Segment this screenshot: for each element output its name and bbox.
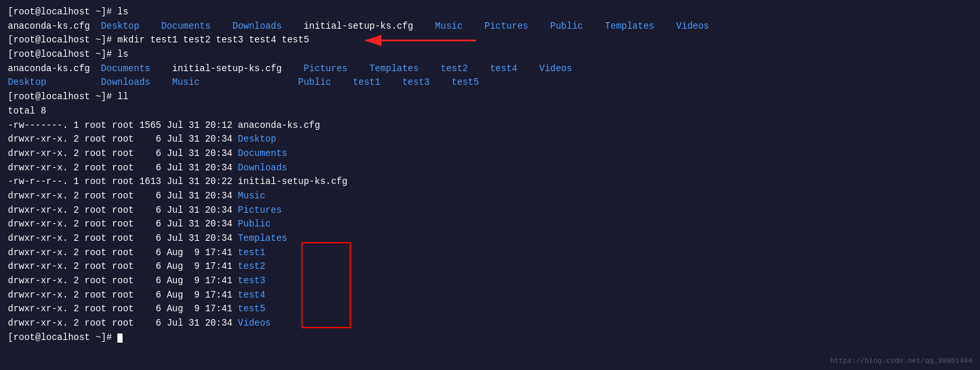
terminal-text: drwxr-xr-x. 2 root root 6 Aug 9 17:41 bbox=[8, 247, 238, 258]
terminal-text bbox=[211, 21, 233, 31]
terminal-text: drwxr-xr-x. 2 root root 6 Aug 9 17:41 bbox=[8, 303, 238, 314]
directory-name: test1 bbox=[353, 77, 380, 87]
directory-name: Videos bbox=[539, 63, 572, 74]
directory-name: Pictures bbox=[238, 205, 282, 215]
terminal-line: total 8 bbox=[8, 104, 972, 119]
terminal-text: anaconda-ks.cfg bbox=[8, 63, 101, 74]
directory-name: test2 bbox=[441, 63, 468, 74]
directory-name: Downloads bbox=[101, 77, 151, 87]
terminal-text bbox=[46, 77, 101, 87]
terminal-line: drwxr-xr-x. 2 root root 6 Aug 9 17:41 te… bbox=[8, 246, 972, 260]
terminal-line: drwxr-xr-x. 2 root root 6 Jul 31 20:34 D… bbox=[8, 132, 972, 147]
directory-name: Downloads bbox=[232, 21, 282, 31]
terminal-line: drwxr-xr-x. 2 root root 6 Aug 9 17:41 te… bbox=[8, 260, 972, 274]
directory-name: Public bbox=[298, 77, 331, 87]
terminal-text bbox=[517, 63, 539, 74]
directory-name: Templates bbox=[370, 63, 419, 74]
directory-name: Documents bbox=[101, 63, 151, 74]
terminal-text: drwxr-xr-x. 2 root root 6 Jul 31 20:34 bbox=[8, 219, 238, 229]
directory-name: test3 bbox=[402, 77, 430, 87]
terminal-text: [root@localhost ~]# ls bbox=[8, 49, 128, 59]
directory-name: Documents bbox=[161, 21, 211, 31]
terminal-line: -rw-------. 1 root root 1565 Jul 31 20:1… bbox=[8, 119, 972, 133]
terminal-text: drwxr-xr-x. 2 root root 6 Jul 31 20:34 bbox=[8, 148, 238, 159]
directory-name: Videos bbox=[238, 318, 271, 328]
terminal-line: drwxr-xr-x. 2 root root 6 Jul 31 20:34 D… bbox=[8, 161, 972, 176]
directory-name: Pictures bbox=[484, 21, 528, 31]
terminal-text: [root@localhost ~]# ls bbox=[8, 7, 128, 17]
terminal-text bbox=[583, 21, 605, 31]
terminal-line: drwxr-xr-x. 2 root root 6 Jul 31 20:34 V… bbox=[8, 316, 972, 331]
directory-name: test4 bbox=[238, 290, 265, 300]
terminal-line: anaconda-ks.cfg Desktop Documents Downlo… bbox=[8, 20, 972, 34]
terminal-text bbox=[380, 77, 402, 87]
terminal-text bbox=[468, 63, 490, 74]
terminal-line: [root@localhost ~]# mkdir test1 test2 te… bbox=[8, 33, 972, 48]
terminal-line: drwxr-xr-x. 2 root root 6 Jul 31 20:34 M… bbox=[8, 189, 972, 204]
directory-name: Pictures bbox=[304, 63, 348, 74]
terminal-text: drwxr-xr-x. 2 root root 6 Aug 9 17:41 bbox=[8, 261, 238, 271]
terminal-text: [root@localhost ~]# bbox=[8, 332, 117, 343]
terminal-line: [root@localhost ~]# bbox=[8, 331, 972, 345]
terminal-line: -rw-r--r--. 1 root root 1613 Jul 31 20:2… bbox=[8, 175, 972, 189]
directory-name: test1 bbox=[238, 247, 265, 258]
terminal-text: [root@localhost ~]# mkdir test1 test2 te… bbox=[8, 35, 309, 45]
terminal-text: total 8 bbox=[8, 106, 46, 116]
terminal-text: initial-setup-ks.cfg bbox=[282, 21, 435, 31]
directory-name: Downloads bbox=[238, 162, 288, 173]
directory-name: Public bbox=[238, 219, 271, 229]
terminal-text: drwxr-xr-x. 2 root root 6 Jul 31 20:34 bbox=[8, 205, 238, 215]
terminal-text: drwxr-xr-x. 2 root root 6 Jul 31 20:34 bbox=[8, 233, 238, 243]
terminal-line: drwxr-xr-x. 2 root root 6 Aug 9 17:41 te… bbox=[8, 288, 972, 303]
terminal-text: drwxr-xr-x. 2 root root 6 Jul 31 20:34 bbox=[8, 318, 238, 328]
directory-name: test2 bbox=[238, 261, 265, 271]
terminal-text bbox=[200, 77, 298, 87]
terminal-text bbox=[331, 77, 353, 87]
terminal-text bbox=[528, 21, 550, 31]
terminal-text: initial-setup-ks.cfg bbox=[150, 63, 303, 74]
terminal-text: drwxr-xr-x. 2 root root 6 Jul 31 20:34 bbox=[8, 191, 238, 201]
terminal-text bbox=[430, 77, 452, 87]
directory-name: Music bbox=[238, 191, 265, 201]
terminal-line: drwxr-xr-x. 2 root root 6 Aug 9 17:41 te… bbox=[8, 274, 972, 288]
terminal-text: -rw-r--r--. 1 root root 1613 Jul 31 20:2… bbox=[8, 176, 348, 187]
terminal-text: drwxr-xr-x. 2 root root 6 Jul 31 20:34 bbox=[8, 162, 238, 173]
terminal-line: anaconda-ks.cfg Documents initial-setup-… bbox=[8, 62, 972, 76]
terminal-text: drwxr-xr-x. 2 root root 6 Aug 9 17:41 bbox=[8, 290, 238, 300]
terminal-line: drwxr-xr-x. 2 root root 6 Jul 31 20:34 P… bbox=[8, 217, 972, 232]
terminal-line: drwxr-xr-x. 2 root root 6 Jul 31 20:34 D… bbox=[8, 147, 972, 161]
terminal-window: [root@localhost ~]# lsanaconda-ks.cfg De… bbox=[8, 5, 972, 345]
terminal-line: [root@localhost ~]# ls bbox=[8, 48, 972, 62]
terminal-cursor bbox=[117, 333, 123, 343]
directory-name: Documents bbox=[238, 148, 288, 159]
directory-name: Templates bbox=[605, 21, 655, 31]
terminal-text bbox=[140, 21, 162, 31]
directory-name: Public bbox=[550, 21, 583, 31]
watermark-text: https://blog.csdn.net/qq_39951494 bbox=[830, 357, 972, 365]
directory-name: test3 bbox=[238, 275, 265, 286]
directory-name: test5 bbox=[452, 77, 479, 87]
directory-name: Desktop bbox=[8, 77, 46, 87]
directory-name: test5 bbox=[238, 303, 265, 314]
directory-name: test4 bbox=[490, 63, 517, 74]
terminal-text: -rw-------. 1 root root 1565 Jul 31 20:1… bbox=[8, 120, 320, 131]
terminal-text: drwxr-xr-x. 2 root root 6 Jul 31 20:34 bbox=[8, 134, 238, 144]
terminal-text bbox=[419, 63, 441, 74]
terminal-text bbox=[462, 21, 484, 31]
directory-name: Desktop bbox=[101, 21, 140, 31]
directory-name: Videos bbox=[676, 21, 709, 31]
terminal-text bbox=[654, 21, 676, 31]
directory-name: Desktop bbox=[238, 134, 276, 144]
terminal-line: [root@localhost ~]# ls bbox=[8, 5, 972, 20]
terminal-text: anaconda-ks.cfg bbox=[8, 21, 101, 31]
terminal-line: drwxr-xr-x. 2 root root 6 Aug 9 17:41 te… bbox=[8, 302, 972, 316]
terminal-text: drwxr-xr-x. 2 root root 6 Aug 9 17:41 bbox=[8, 275, 238, 286]
terminal-text bbox=[150, 77, 172, 87]
terminal-line: Desktop Downloads Music Public test1 tes… bbox=[8, 76, 972, 90]
directory-name: Music bbox=[435, 21, 462, 31]
terminal-line: drwxr-xr-x. 2 root root 6 Jul 31 20:34 P… bbox=[8, 204, 972, 218]
terminal-text: [root@localhost ~]# ll bbox=[8, 91, 128, 102]
terminal-line: [root@localhost ~]# ll bbox=[8, 90, 972, 104]
directory-name: Templates bbox=[238, 233, 288, 243]
directory-name: Music bbox=[172, 77, 200, 87]
